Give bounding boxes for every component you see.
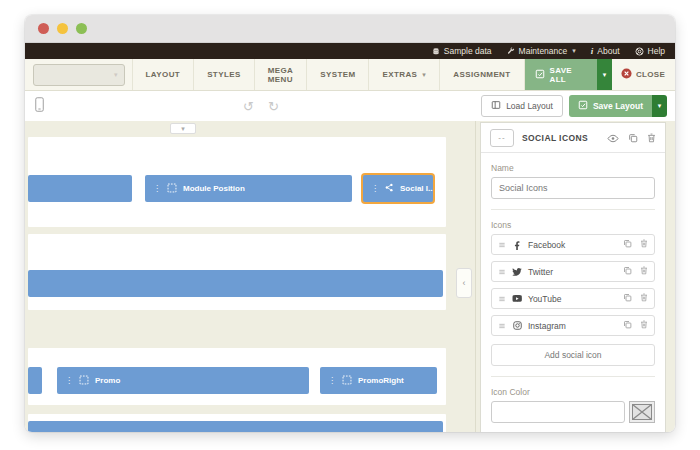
admin-topbar: Sample data Maintenance ▾ i About Help (25, 43, 675, 59)
save-all-button[interactable]: SAVE ALL (525, 59, 597, 90)
layout-canvas: ▾ ⋮ Module Position ⋮ (25, 121, 475, 432)
minimize-window-dot[interactable] (57, 23, 68, 34)
vertical-dots-icon: ⋮ (328, 376, 336, 385)
name-label: Name (491, 163, 655, 173)
save-layout-button[interactable]: Save Layout (569, 95, 652, 117)
duplicate-icon[interactable] (623, 239, 632, 250)
tab-mega-menu[interactable]: MEGA MENU (254, 59, 307, 90)
redo-icon[interactable]: ↻ (268, 99, 279, 114)
drag-grip-icon[interactable] (498, 241, 506, 249)
trash-icon[interactable] (640, 293, 648, 304)
module-block[interactable] (28, 270, 443, 297)
icons-label: Icons (491, 220, 655, 230)
save-all-dropdown[interactable]: ▾ (597, 59, 612, 90)
social-icon-row-instagram[interactable]: Instagram (491, 315, 655, 336)
facebook-icon (512, 240, 522, 250)
duplicate-icon[interactable] (623, 320, 632, 331)
page: Sample data Maintenance ▾ i About Help (0, 0, 700, 450)
drag-grip-icon[interactable] (498, 295, 506, 303)
trash-icon[interactable] (640, 266, 648, 277)
sample-data-menu[interactable]: Sample data (432, 46, 492, 56)
divider (491, 376, 655, 377)
browser-window: Sample data Maintenance ▾ i About Help (25, 15, 675, 432)
eye-icon[interactable] (607, 129, 619, 147)
caret-down-icon: ▾ (422, 71, 426, 79)
tab-layout[interactable]: LAYOUT (132, 59, 194, 90)
about-menu[interactable]: i About (591, 46, 620, 56)
transparent-color-swatch[interactable] (629, 401, 655, 423)
settings-sidebar: -- SOCIAL ICONS (475, 121, 675, 432)
chevron-left-icon: ‹ (463, 278, 466, 288)
social-icon-row-twitter[interactable]: Twitter (491, 261, 655, 282)
module-block[interactable] (28, 421, 443, 432)
drag-grip-icon[interactable] (498, 268, 506, 276)
add-social-icon-button[interactable]: Add social icon (491, 344, 655, 366)
share-icon (385, 183, 394, 194)
close-circle-icon (621, 68, 632, 81)
close-window-dot[interactable] (38, 23, 49, 34)
help-icon (635, 47, 644, 56)
actionbar-right: Load Layout Save Layout ▾ (481, 95, 667, 117)
maximize-window-dot[interactable] (76, 23, 87, 34)
tab-system[interactable]: SYSTEM (306, 59, 368, 90)
layout-row (28, 234, 446, 310)
maintenance-label: Maintenance (519, 46, 568, 56)
load-layout-button[interactable]: Load Layout (481, 95, 563, 117)
name-input[interactable] (491, 177, 655, 199)
sidebar-collapse-handle[interactable]: ‹ (456, 268, 472, 298)
vertical-dots-icon: ⋮ (65, 376, 73, 385)
row-actions (623, 320, 648, 331)
row-collapse-tab[interactable]: ▾ (170, 123, 196, 134)
row-actions (623, 293, 648, 304)
save-icon (535, 69, 545, 81)
module-position-icon (342, 375, 352, 387)
layout-row: ⋮ Promo ⋮ PromoRight (28, 348, 446, 405)
social-icon-row-facebook[interactable]: Facebook (491, 234, 655, 255)
mobile-preview-button[interactable] (35, 97, 44, 116)
tab-styles[interactable]: STYLES (193, 59, 254, 90)
instagram-icon (512, 321, 522, 330)
social-icon-label: YouTube (528, 294, 561, 304)
module-block[interactable] (28, 175, 132, 202)
social-icon-row-youtube[interactable]: YouTube (491, 288, 655, 309)
module-block[interactable] (28, 367, 42, 394)
layout-columns-icon (491, 100, 501, 112)
chevron-down-icon: ▾ (114, 71, 118, 79)
menubar-tabs: LAYOUT STYLES MEGA MENU SYSTEM EXTRAS▾ A… (132, 59, 525, 90)
close-button[interactable]: CLOSE (612, 59, 675, 90)
divider (491, 209, 655, 210)
trash-icon[interactable] (647, 129, 656, 147)
save-layout-button-group: Save Layout ▾ (569, 95, 667, 117)
save-layout-dropdown[interactable]: ▾ (652, 95, 667, 117)
database-icon (432, 47, 440, 56)
help-menu[interactable]: Help (635, 46, 665, 56)
tab-extras[interactable]: EXTRAS▾ (368, 59, 439, 90)
module-block-social-icons[interactable]: ⋮ Social I... (363, 175, 433, 202)
drag-grip-icon[interactable] (498, 322, 506, 330)
duplicate-icon[interactable] (628, 129, 638, 147)
window-titlebar (25, 15, 675, 43)
trash-icon[interactable] (640, 239, 648, 250)
builder-body: ▾ ⋮ Module Position ⋮ (25, 121, 675, 432)
duplicate-icon[interactable] (623, 293, 632, 304)
panel-header-actions (607, 129, 656, 147)
panel-drag-handle[interactable]: -- (490, 129, 514, 147)
tab-assignment[interactable]: ASSIGNMENT (439, 59, 524, 90)
caret-down-icon: ▾ (572, 47, 576, 55)
panel-title: SOCIAL ICONS (522, 133, 599, 143)
duplicate-icon[interactable] (623, 266, 632, 277)
trash-icon[interactable] (640, 320, 648, 331)
module-block-promo[interactable]: ⋮ Promo (57, 367, 309, 394)
template-style-select[interactable]: ▾ (33, 64, 125, 86)
module-block-promoright[interactable]: ⋮ PromoRight (320, 367, 437, 394)
save-icon (578, 100, 588, 112)
undo-icon[interactable]: ↺ (243, 99, 254, 114)
layout-row (28, 414, 446, 432)
about-label: About (597, 46, 619, 56)
module-block-module-position[interactable]: ⋮ Module Position (145, 175, 352, 202)
builder-menubar: ▾ LAYOUT STYLES MEGA MENU SYSTEM EXTRAS▾… (25, 59, 675, 91)
panel-body: Name Icons Facebook (481, 153, 665, 432)
icon-color-input[interactable] (491, 401, 625, 423)
maintenance-menu[interactable]: Maintenance ▾ (507, 46, 576, 56)
phone-icon (35, 97, 44, 116)
